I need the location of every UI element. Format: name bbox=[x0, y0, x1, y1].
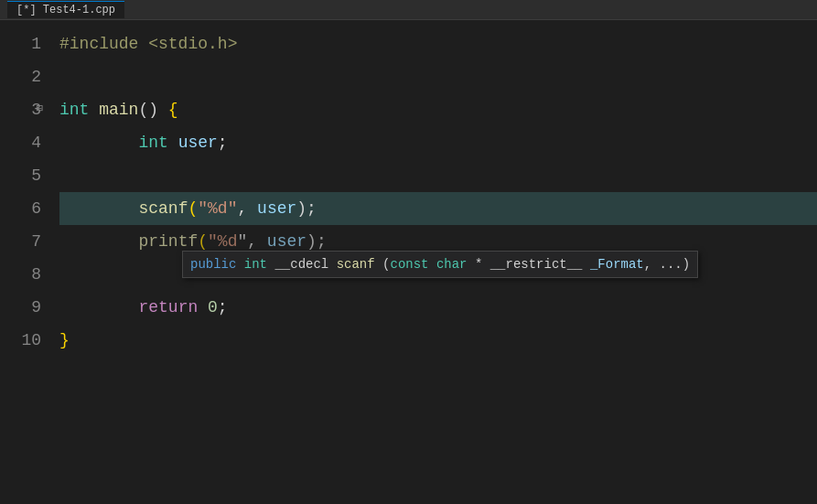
tooltip-cdecl: __cdecl bbox=[267, 257, 337, 272]
line-num-8: 8 bbox=[0, 258, 41, 291]
line-num-9: 9 bbox=[0, 291, 41, 324]
indent bbox=[59, 130, 138, 156]
code-area[interactable]: #include <stdio.h> int main() { int user… bbox=[50, 20, 817, 504]
title-bar: [*] Test4-1.cpp bbox=[0, 0, 817, 20]
code-line-5 bbox=[59, 159, 817, 192]
int-keyword: int bbox=[59, 97, 89, 123]
user-arg: user bbox=[257, 196, 296, 222]
editor-tab[interactable]: [*] Test4-1.cpp bbox=[7, 1, 124, 18]
tooltip-ellipsis: , ...) bbox=[644, 257, 690, 272]
semicolon: ; bbox=[218, 130, 228, 156]
tooltip-scanf: scanf bbox=[337, 257, 375, 272]
space bbox=[89, 97, 99, 123]
line-numbers: 1 2 3⊟ 4 5 6 7 8 9 10 bbox=[0, 20, 50, 504]
line-num-7: 7 bbox=[0, 225, 41, 258]
line-num-6: 6 bbox=[0, 192, 41, 225]
open-brace: { bbox=[168, 97, 178, 123]
line-num-4: 4 bbox=[0, 126, 41, 159]
code-line-6: scanf("%d", user); bbox=[59, 192, 817, 225]
line-num-5: 5 bbox=[0, 159, 41, 192]
main-function: main bbox=[99, 97, 138, 123]
return-keyword: return bbox=[138, 295, 198, 321]
tooltip-format-param: _Format bbox=[590, 257, 644, 272]
line-num-3: 3⊟ bbox=[0, 93, 41, 126]
tooltip-openparen: ( bbox=[375, 257, 391, 272]
editor-window: [*] Test4-1.cpp 1 2 3⊟ 4 5 6 7 8 9 10 #i… bbox=[0, 0, 817, 504]
int-type: int bbox=[138, 130, 167, 156]
code-line-10: } bbox=[59, 324, 817, 357]
space2 bbox=[168, 130, 178, 156]
tooltip-const-char: const char bbox=[390, 257, 467, 272]
scanf-call: scanf bbox=[138, 196, 188, 222]
comma-space: , bbox=[237, 196, 257, 222]
code-line-3: int main() { bbox=[59, 93, 817, 126]
tooltip-public: public bbox=[190, 257, 244, 272]
intellisense-tooltip: public int __cdecl scanf (const char * _… bbox=[182, 251, 698, 278]
tooltip-star: * __restrict__ bbox=[468, 257, 590, 272]
indent4 bbox=[59, 295, 138, 321]
tooltip-int: int bbox=[244, 257, 267, 272]
tab-label: [*] Test4-1.cpp bbox=[16, 4, 115, 16]
code-line-1: #include <stdio.h> bbox=[59, 27, 817, 60]
line-num-2: 2 bbox=[0, 60, 41, 93]
line-num-10: 10 bbox=[0, 324, 41, 357]
open-paren: ( bbox=[188, 196, 198, 222]
code-line-9: return 0; bbox=[59, 291, 817, 324]
format-string: "%d" bbox=[198, 196, 237, 222]
zero-literal: 0 bbox=[208, 295, 218, 321]
space3 bbox=[198, 295, 208, 321]
user-var-decl: user bbox=[178, 130, 218, 156]
include-directive: #include bbox=[59, 31, 148, 58]
semi2: ; bbox=[218, 295, 228, 321]
header-name: <stdio.h> bbox=[148, 31, 237, 58]
close-paren-semi: ); bbox=[296, 196, 317, 222]
code-line-4: int user; bbox=[59, 126, 817, 159]
indent3 bbox=[59, 229, 138, 255]
fold-indicator: ⊟ bbox=[37, 101, 43, 118]
line-num-1: 1 bbox=[0, 27, 41, 60]
parens: () bbox=[138, 97, 167, 123]
editor-content: 1 2 3⊟ 4 5 6 7 8 9 10 #include <stdio.h>… bbox=[0, 20, 817, 504]
code-line-2 bbox=[59, 60, 817, 93]
indent2 bbox=[59, 196, 138, 222]
close-brace: } bbox=[59, 327, 70, 354]
